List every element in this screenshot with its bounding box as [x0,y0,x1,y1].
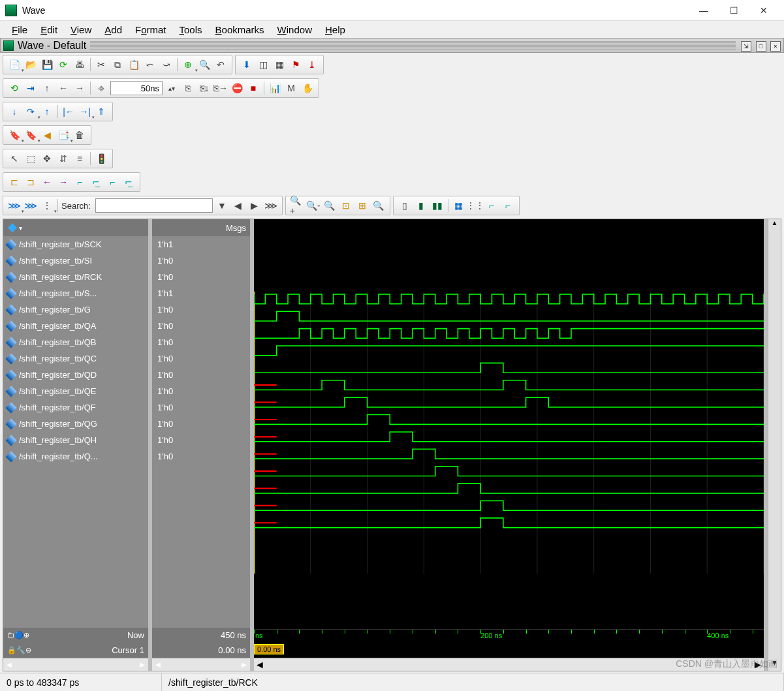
edge-prev-icon[interactable]: |← [61,104,76,119]
reload-icon[interactable]: ⟳ [56,57,71,72]
signal-row[interactable]: /shift_register_tb/Q... [3,448,148,465]
menu-add[interactable]: Add [98,23,129,37]
copy-icon[interactable]: ⧉ [110,57,125,72]
value-row[interactable]: 1'h0 [152,448,250,465]
signal-row[interactable]: /shift_register_tb/QG [3,416,148,432]
cursor-next-icon[interactable]: ↷▾ [24,104,38,119]
menu-help[interactable]: Help [319,23,352,37]
bookmark-del-icon[interactable]: 🔖▾ [24,128,38,142]
layer-grid-icon[interactable]: ▦ [272,57,287,72]
cursor-up-icon[interactable]: ↑ [40,104,54,119]
ungroup-icon[interactable]: ⊐ [24,175,38,189]
pan-icon[interactable]: ✥ [40,151,54,166]
value-column-header[interactable]: Msgs [152,219,250,236]
open-icon[interactable]: 📂 [24,57,38,72]
step-fwd-icon[interactable]: → [72,81,87,95]
zoom-in-icon[interactable]: 🔍+ [290,198,304,213]
signal-row[interactable]: /shift_register_tb/QF [3,399,148,416]
search-prev-icon[interactable]: ◀ [231,198,245,213]
run-all-icon[interactable]: ⇥ [24,81,38,95]
signal-row[interactable]: /shift_register_tb/QA [3,318,148,334]
menu-edit[interactable]: Edit [34,23,64,37]
undo-icon[interactable]: ⤺ [143,57,157,72]
collapse-icon[interactable]: ← [40,175,54,189]
value-row[interactable]: 1'h0 [152,301,250,318]
step-up-icon[interactable]: ↑ [40,81,54,95]
val-hscroll[interactable]: ◄► [152,658,250,671]
break-icon[interactable]: ⛔ [230,81,244,95]
run-step-icon[interactable]: ▴▾ [165,81,179,95]
value-row[interactable]: 1'h0 [152,334,250,350]
run-next-icon[interactable]: ⎘→ [213,81,228,95]
run-continue-icon[interactable]: ⎘↓ [197,81,212,95]
run-length-input[interactable] [110,81,163,95]
hand-icon[interactable]: ✋ [300,81,315,95]
value-row[interactable]: 1'h1 [152,285,250,301]
value-row[interactable]: 1'h0 [152,350,250,367]
wave-style1-icon[interactable]: ⌐ [72,175,87,189]
expand-icon[interactable]: → [56,175,71,189]
minimize-button[interactable]: — [689,0,719,21]
value-row[interactable]: 1'h1 [152,236,250,253]
menu-bookmarks[interactable]: Bookmarks [209,23,271,37]
trace-opts-icon[interactable]: ⋮▾ [40,198,54,213]
layer-export-icon[interactable]: ⤓ [305,57,319,72]
wave-style3-icon[interactable]: ⌐ [105,175,119,189]
mode-edge2-icon[interactable]: ⌐ [501,198,515,213]
maximize-button[interactable]: ☐ [719,0,749,21]
pointer-icon[interactable]: ↖ [7,151,22,166]
mode-dense-icon[interactable]: ▮▮ [430,198,445,213]
edge-next-icon[interactable]: →|▾ [78,104,92,119]
time-ruler[interactable]: ns200 ns400 ns [254,629,764,643]
save-icon[interactable]: 💾 [40,57,54,72]
bookmark-prev-icon[interactable]: ◀ [40,128,54,142]
close-button[interactable]: ✕ [749,0,779,21]
menu-tools[interactable]: Tools [173,23,209,37]
subwin-max-icon[interactable]: □ [756,41,766,52]
cursor-time-box[interactable]: 0.00 ns [254,644,284,654]
signal-row[interactable]: /shift_register_tb/QC [3,350,148,367]
menu-file[interactable]: File [5,23,34,37]
subwin-close-icon[interactable]: × [770,41,781,52]
sig-hscroll[interactable]: ◄► [3,658,148,671]
signal-row[interactable]: /shift_register_tb/QB [3,334,148,350]
trace-next-icon[interactable]: ⋙ [24,198,38,213]
signal-row[interactable]: /shift_register_tb/QH [3,432,148,448]
redo-icon[interactable]: ⤻ [159,57,174,72]
signal-row[interactable]: /shift_register_tb/SI [3,253,148,269]
bookmark-add-icon[interactable]: 🔖▾ [7,128,22,142]
zoom-full-icon[interactable]: 🔍 [322,198,337,213]
mem-icon[interactable]: M [284,81,298,95]
signal-row[interactable]: /shift_register_tb/S... [3,285,148,301]
signal-row[interactable]: /shift_register_tb/QE [3,383,148,399]
value-row[interactable]: 1'h0 [152,383,250,399]
menu-format[interactable]: Format [129,23,173,37]
signal-column-header[interactable]: ▾ [3,219,148,236]
cursor-down-icon[interactable]: ↓ [7,104,22,119]
signal-row[interactable]: /shift_register_tb/RCK [3,269,148,285]
waveform-canvas[interactable] [254,236,764,629]
new-icon[interactable]: 📄▾ [7,57,22,72]
zoom-other-icon[interactable]: 🔍 [371,198,386,213]
mode-med-icon[interactable]: ▮ [414,198,428,213]
search-input[interactable] [95,198,213,213]
value-row[interactable]: 1'h0 [152,432,250,448]
measure-icon[interactable]: ⇵ [56,151,71,166]
mode-single-icon[interactable]: ▯ [398,198,412,213]
perf-icon[interactable]: 📊 [268,81,282,95]
search-dd-icon[interactable]: ▼ [215,198,229,213]
traffic-icon[interactable]: 🚦 [94,151,108,166]
stop-icon[interactable]: ■ [246,81,260,95]
value-row[interactable]: 1'h0 [152,269,250,285]
layer-error-icon[interactable]: ⚑ [289,57,303,72]
add-icon[interactable]: ⊕▾ [181,57,195,72]
trace-prev-icon[interactable]: ⋙▾ [7,198,22,213]
mode-edge1-icon[interactable]: ⌐ [484,198,499,213]
find-prev-icon[interactable]: ↶ [213,57,228,72]
run-length-icon[interactable]: ⎆ [94,81,108,95]
snap-icon[interactable]: ≡ [72,151,87,166]
cut-icon[interactable]: ✂ [94,57,108,72]
edge-up-icon[interactable]: ⇑ [94,104,108,119]
value-row[interactable]: 1'h0 [152,318,250,334]
wave-style2-icon[interactable]: ⌐̲ [89,175,103,189]
